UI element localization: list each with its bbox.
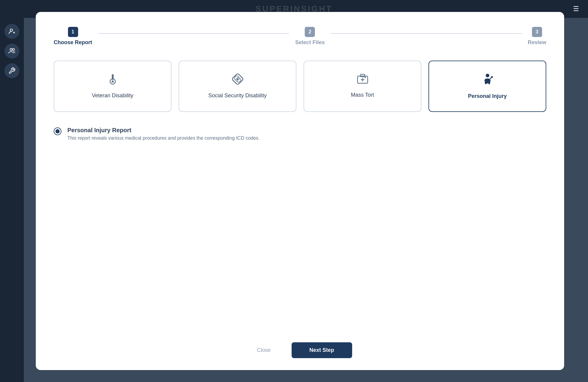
report-description: Personal Injury Report This report revea…	[54, 124, 546, 144]
add-user-icon	[8, 28, 16, 35]
card-mass-tort-label: Mass Tort	[351, 92, 374, 98]
step-3-label: Review	[528, 39, 546, 46]
stepper: 1 Choose Report 2 Select Files 3 Review	[54, 27, 546, 46]
step-3: 3 Review	[528, 27, 546, 46]
close-button[interactable]: Close	[248, 343, 279, 358]
step-2: 2 Select Files	[295, 27, 325, 46]
svg-point-3	[10, 49, 12, 51]
svg-point-0	[10, 29, 13, 31]
wrench-icon	[8, 67, 16, 74]
next-step-button[interactable]: Next Step	[292, 342, 352, 358]
step-1: 1 Choose Report	[54, 27, 92, 46]
person-injury-icon	[482, 73, 493, 88]
card-personal-injury-label: Personal Injury	[468, 93, 507, 99]
sidebar-add-user-button[interactable]	[4, 24, 19, 39]
hamburger-icon[interactable]: ☰	[573, 5, 579, 13]
users-icon	[8, 47, 16, 55]
modal-footer: Close Next Step	[54, 333, 546, 358]
svg-point-4	[13, 49, 15, 51]
svg-marker-7	[111, 80, 114, 83]
sidebar-settings-button[interactable]	[4, 63, 19, 78]
card-veteran-disability-label: Veteran Disability	[92, 93, 133, 99]
card-personal-injury[interactable]: Personal Injury	[428, 61, 546, 112]
step-2-label: Select Files	[295, 39, 325, 46]
card-mass-tort[interactable]: Mass Tort	[304, 61, 421, 112]
report-description-text: This report reveals various medical proc…	[67, 135, 260, 141]
svg-point-21	[491, 76, 493, 78]
step-line-1	[98, 33, 289, 34]
radio-inner	[55, 129, 60, 133]
step-1-label: Choose Report	[54, 39, 92, 46]
desc-text: Personal Injury Report This report revea…	[67, 127, 260, 141]
report-title: Personal Injury Report	[67, 127, 260, 134]
svg-rect-14	[360, 74, 365, 77]
sidebar-users-button[interactable]	[4, 44, 19, 58]
bandaid-icon	[232, 73, 244, 88]
step-2-badge: 2	[305, 27, 315, 37]
report-cards-grid: Veteran Disability Social Security Disab…	[54, 61, 546, 112]
card-social-security[interactable]: Social Security Disability	[179, 61, 296, 112]
sidebar	[0, 18, 24, 382]
card-veteran-disability[interactable]: Veteran Disability	[54, 61, 171, 112]
step-3-badge: 3	[532, 27, 542, 37]
modal: 1 Choose Report 2 Select Files 3 Review …	[36, 12, 564, 370]
svg-point-19	[486, 74, 489, 77]
step-1-badge: 1	[68, 27, 78, 37]
radio-button[interactable]	[54, 127, 61, 135]
medal-icon	[107, 73, 119, 88]
medkit-icon	[356, 73, 369, 87]
card-social-security-label: Social Security Disability	[208, 93, 267, 99]
step-line-2	[331, 33, 522, 34]
